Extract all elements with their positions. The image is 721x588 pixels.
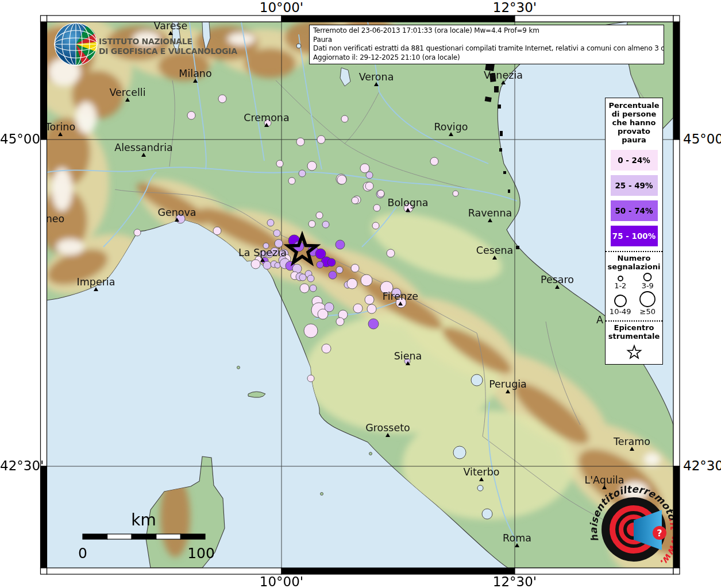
city-label: Genova (157, 207, 196, 218)
observation-dot (296, 138, 304, 146)
map-page: VareseMilanoVercelliTorinoCremonaVeronaV… (0, 0, 721, 588)
scale-max-label: 100 (187, 545, 215, 562)
size-label: 10-49 (610, 308, 631, 316)
ingv-globe-grid (55, 23, 97, 65)
axis-left-lat1: 45°00' (0, 131, 38, 146)
city-label: Teramo (613, 436, 650, 447)
observation-dot (288, 177, 295, 184)
observation-dot (387, 249, 395, 257)
observation-dot (322, 221, 329, 228)
city-label: Ravenna (468, 207, 512, 219)
city-label: Cesena (476, 245, 514, 256)
observation-dot (263, 261, 271, 269)
observation-dot (134, 229, 141, 236)
observation-dot (453, 191, 458, 196)
observation-dot (367, 304, 376, 314)
axis-bottom-lon1: 10°00' (254, 574, 309, 588)
observation-dot (307, 275, 314, 282)
observation-dot (310, 285, 317, 292)
observation-dot (329, 271, 337, 279)
small-island (237, 366, 240, 369)
observation-dot (372, 222, 379, 229)
observation-dot (368, 319, 379, 329)
city-label: Imperia (77, 276, 115, 288)
size-label: 1-2 (614, 282, 626, 290)
city-label-partial: A (596, 314, 603, 326)
legend-panel: Percentuale di persone che hanno provato… (605, 98, 663, 365)
city-label: Rovigo (434, 121, 468, 133)
axis-top-lon2: 12°30' (487, 0, 542, 15)
observation-dot (361, 274, 372, 286)
legend-class-swatch: 0 - 24% (611, 150, 658, 171)
city-label: Grosseto (365, 422, 410, 434)
event-metric: Paura (313, 36, 661, 45)
observation-dot (377, 190, 384, 197)
observation-dot (275, 239, 283, 247)
observation-dot (307, 161, 317, 171)
city-label: Siena (394, 350, 422, 362)
observation-dot (187, 111, 195, 119)
observation-dot (317, 136, 325, 144)
event-info-box: Terremoto del 23-06-2013 17:01:33 (ora l… (309, 25, 664, 64)
city-label: Firenze (383, 291, 418, 302)
question-mark: ? (657, 528, 662, 539)
city-label: Viterbo (463, 466, 499, 478)
legend-classes: 0 - 24%25 - 49%50 - 74%75 - 100% (606, 150, 662, 246)
observation-dot (218, 95, 226, 103)
legend-epicenter-title: Epicentro strumentale (606, 322, 662, 341)
observation-dot (322, 344, 331, 353)
city-label: Cremona (244, 112, 289, 123)
small-island (369, 452, 372, 455)
observation-dot (304, 324, 318, 338)
legend-class-swatch: 25 - 49% (611, 175, 658, 196)
ingv-name-line2: DI GEOFISICA E VULCANOLOGIA (99, 47, 237, 56)
observation-dot (360, 164, 369, 173)
event-note: Dati non verificati estratti da 881 ques… (313, 44, 661, 53)
city-label: Venezia (484, 69, 523, 81)
city-label: Bologna (387, 197, 428, 208)
city-label: Verona (359, 71, 394, 83)
observation-dot (366, 172, 373, 179)
city-label: La Spezia (238, 247, 287, 258)
observation-dot (309, 220, 315, 227)
observation-dot (307, 375, 314, 382)
observation-dot (317, 261, 323, 268)
observation-dot (276, 160, 283, 167)
observation-dot (341, 115, 348, 122)
size-label: 3-9 (642, 282, 654, 290)
event-updated: Aggiornato il: 29-12-2025 21:10 (ora loc… (313, 53, 661, 63)
observation-dot (337, 175, 346, 184)
observation-dot (336, 318, 344, 326)
city-label: Alessandria (114, 142, 173, 153)
observation-dot (347, 278, 357, 289)
observation-dot (300, 284, 309, 293)
observation-dot (353, 304, 363, 313)
city-label: Milano (179, 68, 211, 79)
observation-dot (325, 303, 334, 312)
axis-bottom-lon2: 12°30' (487, 574, 542, 588)
observation-dot (336, 266, 343, 273)
legend-sizes: 1-23-910-49≥50 (606, 272, 662, 316)
small-island (321, 493, 323, 496)
observation-dot (373, 204, 380, 211)
observation-dot (213, 227, 221, 235)
size-label: ≥50 (640, 308, 656, 316)
legend-size-item: 10-49 (607, 293, 634, 316)
observation-dot (430, 157, 438, 165)
observation-dot (275, 262, 280, 268)
ingv-name-line1: ISTITUTO NAZIONALE (99, 37, 192, 46)
axis-top-lon1: 10°00' (254, 0, 309, 15)
city-label-partial: neo (46, 213, 65, 225)
legend-size-item: 1-2 (607, 274, 634, 290)
event-title: Terremoto del 23-06-2013 17:01:33 (ora l… (313, 26, 661, 36)
axis-left-lat2: 42°30' (0, 458, 38, 473)
observation-dot (267, 219, 274, 226)
observation-dot (316, 212, 323, 219)
city-label: Torino (45, 121, 75, 133)
observation-dot (365, 295, 374, 304)
observation-dot (327, 258, 336, 266)
observation-dot (299, 170, 306, 177)
legend-title: Percentuale di persone che hanno provato… (606, 98, 662, 145)
observation-dot (365, 182, 373, 190)
city-label: Vercelli (109, 87, 145, 98)
